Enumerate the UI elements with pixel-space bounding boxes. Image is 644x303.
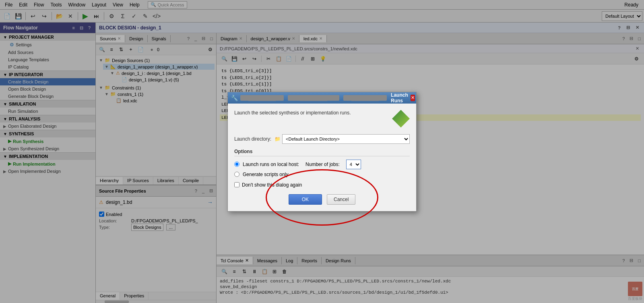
modal-blur-3: ████████: [343, 95, 387, 101]
generate-scripts-row: Generate scripts only: [234, 172, 410, 177]
launch-runs-modal: 🔧 ████████ ████████ ████████ Launch Runs…: [227, 92, 417, 212]
modal-desc-row: Launch the selected synthesis or impleme…: [234, 110, 410, 128]
cancel-button[interactable]: Cancel: [327, 194, 355, 205]
modal-close-button[interactable]: ✕: [411, 95, 415, 101]
jobs-select[interactable]: 4128: [346, 160, 361, 169]
options-title: Options: [234, 149, 410, 156]
modal-title-icon: 🔧: [231, 95, 238, 101]
launch-local-row: Launch runs on local host: Number of job…: [234, 160, 410, 169]
modal-options: Options Launch runs on local host: Numbe…: [234, 149, 410, 177]
modal-body: Launch the selected synthesis or impleme…: [228, 104, 416, 211]
modal-overlay[interactable]: 🔧 ████████ ████████ ████████ Launch Runs…: [0, 0, 644, 303]
generate-scripts-label: Generate scripts only: [243, 172, 288, 177]
vivado-diamond-icon: [392, 110, 410, 128]
launch-dir-input-group: 📁 <Default Launch Directory>: [275, 134, 410, 144]
modal-title-bar: 🔧 ████████ ████████ ████████ Launch Runs…: [228, 92, 416, 104]
generate-scripts-radio[interactable]: [234, 172, 239, 177]
dont-show-checkbox[interactable]: [234, 182, 239, 187]
folder-icon-modal: 📁: [275, 136, 281, 142]
modal-blur-2: ████████: [288, 95, 339, 101]
modal-title-text: Launch Runs: [391, 92, 408, 104]
dont-show-row: Don't show this dialog again: [234, 182, 410, 188]
dont-show-label: Don't show this dialog again: [242, 182, 302, 188]
launch-dir-label: Launch directory:: [234, 136, 271, 142]
launch-dir-select[interactable]: <Default Launch Directory>: [282, 134, 410, 144]
modal-blur-1: ████████: [240, 95, 284, 101]
modal-description: Launch the selected synthesis or impleme…: [234, 110, 387, 116]
modal-buttons: OK Cancel: [234, 193, 410, 205]
launch-directory-row: Launch directory: 📁 <Default Launch Dire…: [234, 134, 410, 144]
vivado-logo: [392, 110, 410, 128]
ok-button[interactable]: OK: [289, 194, 322, 205]
launch-local-label: Launch runs on local host:: [243, 162, 299, 167]
launch-local-radio[interactable]: [234, 162, 239, 167]
jobs-label: Number of jobs:: [305, 162, 340, 167]
